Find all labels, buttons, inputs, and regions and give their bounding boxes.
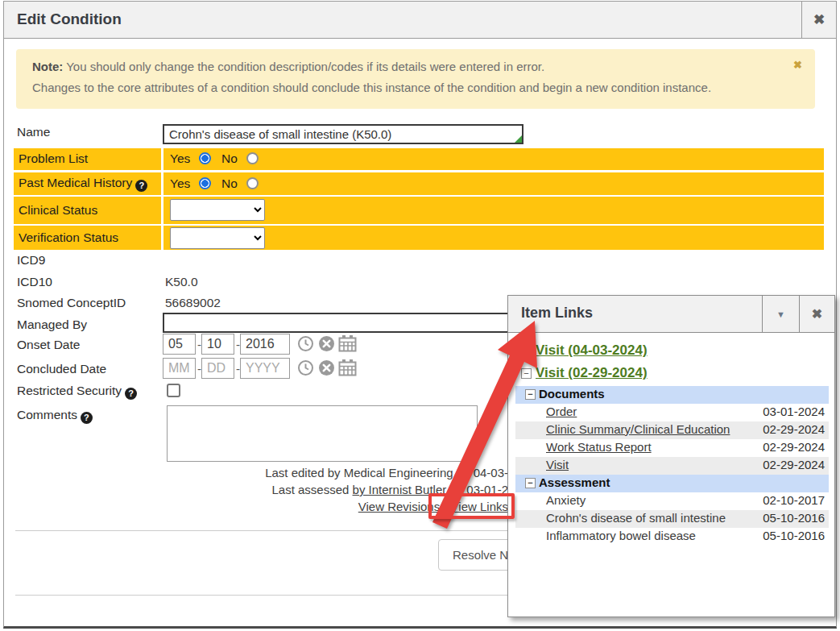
restricted-security-checkbox[interactable]: [167, 384, 180, 397]
problem-list-controls: Yes No: [163, 148, 824, 170]
view-revisions-link[interactable]: View Revisions: [358, 500, 440, 513]
visit-link[interactable]: Visit (04-03-2024): [536, 342, 648, 358]
tree-item-row: Visit 02-29-2024: [515, 457, 829, 475]
tree-item-row: Anxiety 02-10-2017: [515, 492, 829, 510]
concluded-date-label: Concluded Date: [17, 362, 106, 376]
tree-item-row: Crohn's disease of small intestine 05-10…: [515, 510, 829, 528]
document-link[interactable]: Visit: [546, 458, 569, 471]
item-date: 02-10-2017: [763, 493, 825, 507]
problem-list-yes-radio[interactable]: [199, 152, 211, 164]
note-close-button[interactable]: ✖: [793, 59, 802, 71]
close-icon: ✖: [813, 11, 825, 28]
problem-list-no-radio[interactable]: [246, 152, 259, 164]
assessment-item: Anxiety: [546, 493, 586, 507]
item-links-title: Item Links: [521, 305, 593, 322]
dialog-titlebar: Edit Condition ✖: [4, 2, 836, 39]
assessment-item: Inflammatory bowel disease: [546, 529, 696, 542]
document-link[interactable]: Clinic Summary/Clinical Education: [546, 422, 730, 436]
restricted-security-label: Restricted Security?: [17, 384, 137, 400]
name-input[interactable]: [163, 124, 523, 144]
verification-status-select[interactable]: [170, 227, 265, 249]
last-edited-text: Last edited by Medical Engineering on 04…: [125, 466, 508, 479]
item-links-panel: Item Links ▼ ✖ Visit (04-03-2024) Visit …: [507, 295, 835, 617]
onset-date-label: Onset Date: [17, 338, 80, 352]
note-prefix: Note:: [32, 60, 63, 73]
icd10-label: ICD10: [17, 275, 52, 289]
onset-month-input[interactable]: [163, 334, 196, 355]
help-icon[interactable]: ?: [135, 180, 147, 192]
item-links-header: Item Links ▼ ✖: [508, 296, 834, 333]
item-date: 05-10-2016: [763, 529, 825, 542]
past-medical-history-label: Past Medical History?: [14, 172, 161, 195]
visit-link[interactable]: Visit (02-29-2024): [536, 365, 648, 380]
yes-label: Yes: [170, 176, 190, 191]
clinical-status-label: Clinical Status: [14, 197, 161, 224]
note-banner: Note: You should only change the conditi…: [16, 49, 815, 109]
comments-label: Comments?: [17, 408, 93, 424]
tree-item-row: Work Status Report 02-29-2024: [515, 439, 829, 457]
collapse-minus-icon[interactable]: [521, 346, 532, 356]
close-icon: ✖: [793, 59, 802, 71]
onset-year-input[interactable]: [240, 334, 290, 355]
concluded-year-input[interactable]: [240, 358, 290, 379]
view-links-highlight-box: [428, 493, 515, 519]
icd10-value: K50.0: [165, 275, 198, 289]
verification-status-row: Verification Status: [14, 226, 824, 250]
tree-item-row: Inflammatory bowel disease 05-10-2016: [515, 528, 829, 546]
dialog-close-button[interactable]: ✖: [801, 2, 836, 38]
concluded-month-input[interactable]: [163, 358, 196, 379]
help-icon[interactable]: ?: [81, 412, 93, 424]
onset-now-clock-icon[interactable]: [297, 335, 314, 352]
pmh-no-radio[interactable]: [246, 177, 259, 189]
concluded-clear-icon[interactable]: [318, 359, 335, 376]
dialog-title: Edit Condition: [17, 10, 122, 28]
collapse-minus-icon[interactable]: [525, 389, 536, 400]
onset-clear-icon[interactable]: [318, 335, 335, 352]
pmh-yes-radio[interactable]: [199, 177, 211, 189]
item-date: 02-29-2024: [763, 440, 825, 454]
collapse-minus-icon[interactable]: [525, 478, 536, 488]
document-link[interactable]: Work Status Report: [546, 440, 652, 454]
snomed-value: 56689002: [165, 296, 221, 310]
verification-status-controls: [163, 226, 824, 250]
tree-visit-node: Visit (02-29-2024): [521, 365, 648, 388]
verification-status-label: Verification Status: [14, 226, 161, 250]
past-medical-history-row: Past Medical History? Yes No: [14, 172, 824, 195]
clinical-status-row: Clinical Status: [14, 197, 824, 224]
problem-list-row: Problem List Yes No: [14, 148, 824, 170]
icd9-label: ICD9: [17, 253, 45, 268]
onset-calendar-icon[interactable]: [338, 334, 357, 352]
concluded-calendar-icon[interactable]: [338, 359, 357, 376]
tree-item-row: Order 03-01-2024: [515, 404, 829, 421]
onset-day-input[interactable]: [201, 334, 234, 355]
edit-condition-dialog: Edit Condition ✖ Note: You should only c…: [3, 1, 837, 629]
panel-close-button[interactable]: ✖: [799, 296, 834, 332]
document-link[interactable]: Order: [546, 405, 577, 418]
comments-textarea[interactable]: [167, 405, 478, 462]
name-label: Name: [17, 125, 50, 139]
name-spellcheck-corner: [515, 135, 522, 143]
item-date: 05-10-2016: [763, 511, 825, 525]
clinical-status-select[interactable]: [170, 199, 265, 221]
item-date: 02-29-2024: [763, 422, 825, 436]
tree-section-assessment: Assessment: [515, 475, 829, 492]
panel-collapse-button[interactable]: ▼: [762, 296, 799, 332]
close-icon: ✖: [812, 306, 822, 322]
help-icon[interactable]: ?: [125, 388, 137, 400]
concluded-now-clock-icon[interactable]: [297, 359, 314, 376]
managed-by-label: Managed By: [17, 318, 87, 332]
item-date: 03-01-2024: [763, 405, 825, 418]
assessment-item: Crohn's disease of small intestine: [546, 511, 726, 525]
concluded-day-input[interactable]: [201, 358, 234, 379]
snomed-label: Snomed ConceptID: [17, 296, 126, 310]
tree-section-documents: Documents: [515, 386, 829, 404]
past-medical-history-controls: Yes No: [163, 172, 824, 195]
no-label: No: [221, 152, 238, 166]
item-date: 02-29-2024: [763, 458, 825, 471]
tree-item-row: Clinic Summary/Clinical Education 02-29-…: [515, 421, 829, 439]
tree-visit-node: Visit (04-03-2024): [521, 342, 648, 365]
no-label: No: [221, 176, 238, 191]
clinical-status-controls: [163, 197, 824, 224]
collapse-minus-icon[interactable]: [521, 368, 532, 379]
yes-label: Yes: [170, 152, 190, 166]
